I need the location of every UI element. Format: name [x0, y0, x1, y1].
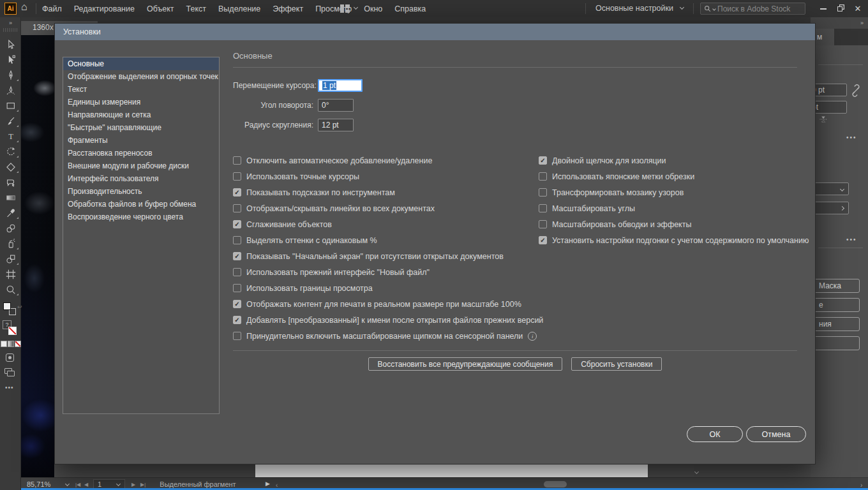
constrain-angle-input[interactable]: 0°: [318, 99, 354, 112]
checkbox[interactable]: ✓: [233, 188, 241, 197]
checkbox[interactable]: [233, 204, 241, 212]
home-icon[interactable]: ⌂: [21, 1, 27, 13]
artboard-tool[interactable]: [0, 267, 21, 282]
category-item[interactable]: Отображение выделения и опорных точек: [63, 70, 219, 83]
keyboard-increment-input[interactable]: 1 pt: [318, 79, 363, 92]
eraser-tool[interactable]: [0, 160, 21, 175]
horizontal-scrollbar-thumb[interactable]: [544, 481, 567, 487]
toolbar-overflow-icon[interactable]: •••: [5, 384, 14, 391]
menu-item[interactable]: Текст: [186, 4, 206, 13]
menu-item[interactable]: Объект: [147, 4, 174, 13]
expand-tools-icon[interactable]: »: [9, 20, 11, 26]
minimize-button[interactable]: [815, 0, 832, 17]
collapse-panel-icon[interactable]: »: [860, 20, 863, 26]
checkbox[interactable]: ✓: [233, 220, 241, 228]
shape-builder-tool[interactable]: [0, 251, 21, 267]
panel-more-options-icon[interactable]: •••: [846, 236, 857, 243]
fill-stroke-indicator[interactable]: ↩: [2, 302, 19, 316]
paintbrush-tool[interactable]: [0, 114, 21, 129]
category-item[interactable]: Основные: [63, 57, 219, 70]
category-item[interactable]: Воспроизведение черного цвета: [63, 211, 219, 223]
reset-preferences-button[interactable]: Сбросить установки: [571, 357, 662, 371]
checkbox[interactable]: [539, 188, 547, 197]
prev-artboard-icon[interactable]: ◀: [84, 482, 88, 487]
menu-item[interactable]: Редактирование: [74, 4, 135, 13]
none-color-swatch[interactable]: [8, 327, 17, 335]
fill-swatch[interactable]: [3, 302, 11, 310]
screen-mode-icon[interactable]: [4, 368, 12, 374]
checkbox[interactable]: ✓: [539, 236, 547, 244]
first-artboard-icon[interactable]: |◀: [75, 482, 80, 487]
menu-item[interactable]: Окно: [364, 4, 382, 13]
rotate-tool[interactable]: [0, 144, 21, 160]
direct-selection-tool[interactable]: [0, 52, 21, 68]
color-button[interactable]: [1, 341, 7, 347]
category-item[interactable]: Направляющие и сетка: [63, 108, 219, 121]
shaper-tool[interactable]: [0, 175, 21, 190]
checkbox[interactable]: [233, 172, 241, 181]
checkbox[interactable]: [539, 204, 547, 212]
menu-item[interactable]: Справка: [394, 4, 426, 13]
rectangle-tool[interactable]: [0, 98, 21, 114]
next-artboard-icon[interactable]: ▶: [131, 482, 135, 487]
menu-item[interactable]: Файл: [42, 4, 62, 13]
ok-button[interactable]: ОК: [687, 426, 743, 442]
gradient-tool[interactable]: [0, 190, 21, 205]
checkbox[interactable]: ✓: [233, 252, 241, 260]
distribute-icon[interactable]: [818, 114, 828, 127]
checkbox[interactable]: [539, 220, 547, 228]
search-input[interactable]: Поиск в Adobe Stock: [700, 3, 805, 15]
blend-tool-icon: [5, 223, 17, 234]
pen-tool[interactable]: [0, 68, 21, 83]
cancel-button[interactable]: Отмена: [746, 426, 806, 442]
info-icon[interactable]: i: [528, 332, 537, 341]
corner-radius-input[interactable]: 12 pt: [318, 119, 354, 131]
category-item[interactable]: Расстановка переносов: [63, 147, 219, 160]
menu-item[interactable]: Эффект: [273, 4, 303, 13]
workspace-switcher[interactable]: Основные настройки: [595, 4, 673, 13]
checkbox[interactable]: [233, 268, 241, 276]
category-item[interactable]: "Быстрые" направляющие: [63, 121, 219, 134]
checkbox[interactable]: ✓: [233, 300, 241, 308]
checkbox[interactable]: [233, 284, 241, 292]
zoom-level[interactable]: 85,71%: [27, 480, 50, 488]
category-item[interactable]: Обработка файлов и буфер обмена: [63, 198, 219, 211]
checkbox[interactable]: [539, 172, 547, 181]
category-item[interactable]: Единицы измерения: [63, 96, 219, 108]
category-item[interactable]: Внешние модули и рабочие диски: [63, 160, 219, 172]
none-button[interactable]: [15, 341, 21, 347]
close-button[interactable]: ✕: [849, 0, 866, 17]
category-item[interactable]: Текст: [63, 83, 219, 96]
checkbox[interactable]: ✓: [539, 156, 547, 165]
arrange-documents-icon[interactable]: [340, 4, 350, 13]
status-display-label[interactable]: Выделенный фрагмент: [144, 480, 252, 488]
status-menu-icon[interactable]: ▶: [266, 480, 270, 487]
category-item[interactable]: Производительность: [63, 185, 219, 198]
selection-tool[interactable]: [0, 37, 21, 52]
checkbox[interactable]: [233, 236, 241, 244]
reset-warnings-button[interactable]: Восстановить все предупреждающие сообщен…: [368, 357, 563, 371]
tools-grip[interactable]: [3, 28, 17, 32]
menu-item[interactable]: Выделение: [218, 4, 260, 13]
checkbox[interactable]: [233, 156, 241, 165]
curvature-tool[interactable]: [0, 83, 21, 98]
restore-button[interactable]: [832, 0, 848, 17]
gradient-button[interactable]: [8, 341, 14, 347]
zoom-tool[interactable]: [0, 282, 21, 297]
dialog-title[interactable]: Установки: [55, 24, 815, 40]
unlink-dimensions-icon[interactable]: [849, 84, 863, 100]
checkbox[interactable]: [233, 332, 241, 340]
swap-fill-stroke-icon[interactable]: ↩: [17, 304, 22, 310]
chevron-down-icon[interactable]: [65, 482, 70, 486]
eyedropper-tool[interactable]: [0, 205, 21, 221]
preference-row: ✓ Отображать контент для печати в реальн…: [233, 296, 543, 312]
category-item[interactable]: Фрагменты: [63, 134, 219, 147]
scroll-down-icon[interactable]: [694, 470, 699, 474]
type-tool[interactable]: T: [0, 129, 21, 144]
symbol-sprayer-tool[interactable]: [0, 236, 21, 251]
drawing-modes-icon[interactable]: [6, 353, 14, 362]
blend-tool[interactable]: [0, 221, 21, 236]
panel-more-options-icon[interactable]: •••: [846, 134, 857, 141]
checkbox[interactable]: ✓: [233, 316, 241, 324]
category-item[interactable]: Интерфейс пользователя: [63, 172, 219, 185]
